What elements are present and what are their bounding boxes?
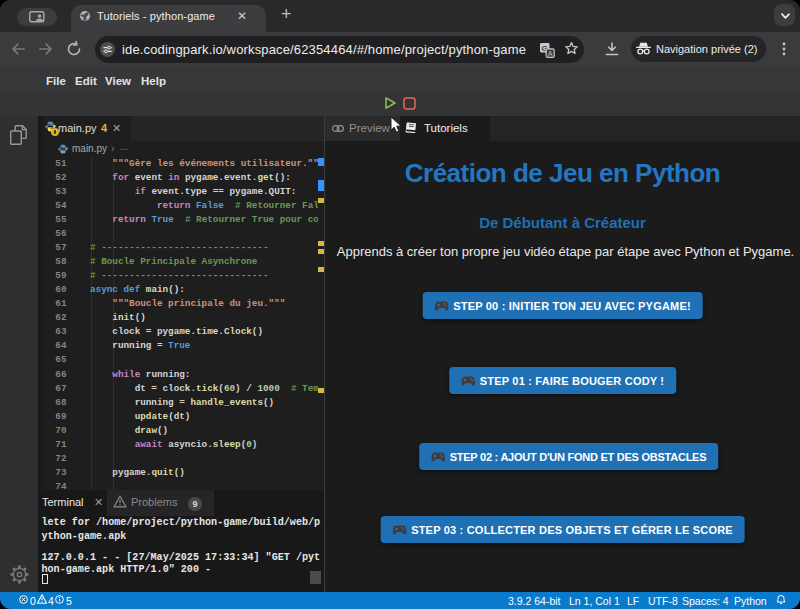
svg-text:A: A xyxy=(548,49,553,56)
